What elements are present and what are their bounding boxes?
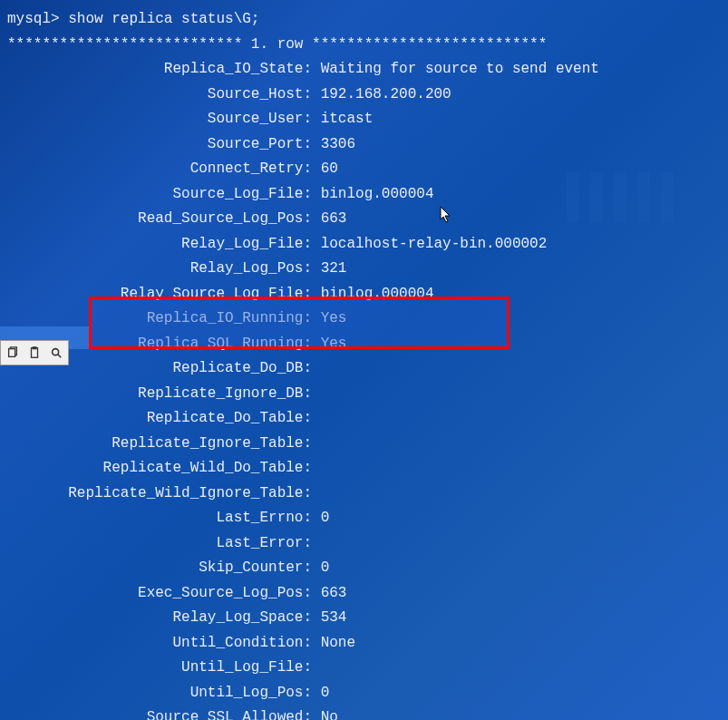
svg-rect-1 xyxy=(32,348,38,358)
selection-toolbar xyxy=(0,340,69,365)
command-text: show replica status\G; xyxy=(68,11,259,27)
row-separator: *************************** 1. row *****… xyxy=(7,33,721,58)
field-row: Skip_Counter: 0 xyxy=(7,556,721,581)
field-row: Until_Log_File: xyxy=(7,656,721,681)
field-row: Replicate_Ignore_DB: xyxy=(7,382,721,407)
field-row: Replica_IO_Running: Yes xyxy=(7,306,721,332)
field-row: Replica_SQL_Running: Yes xyxy=(7,332,721,357)
field-row: Read_Source_Log_Pos: 663 xyxy=(7,207,721,232)
field-row: Until_Condition: None xyxy=(7,631,721,657)
terminal-output: mysql> show replica status\G; **********… xyxy=(0,0,728,720)
command-line[interactable]: mysql> show replica status\G; xyxy=(7,7,721,33)
svg-point-3 xyxy=(53,349,59,355)
field-row: Relay_Source_Log_File: binlog.000004 xyxy=(7,282,721,307)
field-row: Replica_IO_State: Waiting for source to … xyxy=(7,57,721,83)
svg-rect-2 xyxy=(33,347,36,349)
field-row: Replicate_Wild_Do_Table: xyxy=(7,456,721,482)
field-row: Source_Port: 3306 xyxy=(7,132,721,158)
field-row: Replicate_Ignore_Table: xyxy=(7,432,721,457)
field-row: Source_Log_File: binlog.000004 xyxy=(7,182,721,208)
field-row: Source_SSL_Allowed: No xyxy=(7,705,721,720)
field-row: Until_Log_Pos: 0 xyxy=(7,681,721,706)
field-row: Last_Errno: 0 xyxy=(7,506,721,531)
search-button[interactable] xyxy=(46,343,66,363)
field-row: Relay_Log_Space: 534 xyxy=(7,606,721,631)
svg-rect-0 xyxy=(9,349,15,357)
field-row: Exec_Source_Log_Pos: 663 xyxy=(7,581,721,607)
mysql-prompt: mysql> xyxy=(7,11,68,27)
field-row: Relay_Log_File: localhost-relay-bin.0000… xyxy=(7,232,721,258)
field-row: Source_User: itcast xyxy=(7,107,721,132)
svg-line-4 xyxy=(58,355,62,358)
field-row: Relay_Log_Pos: 321 xyxy=(7,257,721,282)
copy-button[interactable] xyxy=(3,343,23,363)
field-row: Replicate_Do_Table: xyxy=(7,406,721,432)
field-row: Last_Error: xyxy=(7,531,721,557)
field-row: Source_Host: 192.168.200.200 xyxy=(7,83,721,108)
field-row: Connect_Retry: 60 xyxy=(7,157,721,182)
field-row: Replicate_Do_DB: xyxy=(7,356,721,382)
paste-button[interactable] xyxy=(24,343,44,363)
field-row: Replicate_Wild_Ignore_Table: xyxy=(7,482,721,507)
